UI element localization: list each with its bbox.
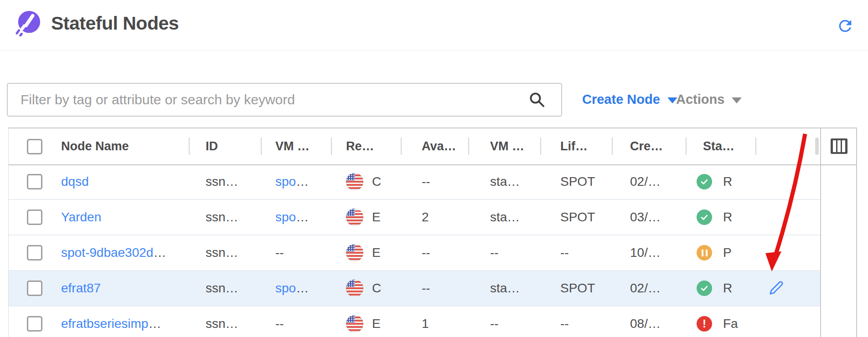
region: E (372, 317, 381, 331)
node-id: ssn… (189, 317, 261, 331)
status-label: R (723, 174, 732, 189)
table-header-row: Node Name ID VM … Re… Ava… VM … Lif… Cre… (9, 128, 820, 164)
name-ellipsis: … (153, 245, 166, 260)
lifecycle: -- (540, 245, 612, 260)
created-at: 02/… (612, 281, 686, 296)
filter-box (7, 83, 562, 117)
status-label: Fa (723, 317, 738, 331)
us-flag-icon (346, 280, 363, 297)
status-paused-icon (697, 245, 712, 260)
vm-size: sta… (468, 281, 540, 296)
column-header-id[interactable]: ID (189, 128, 261, 164)
lifecycle: SPOT (540, 174, 612, 189)
lifecycle: SPOT (540, 281, 612, 296)
vm-size: sta… (468, 174, 540, 189)
row-checkbox[interactable] (27, 316, 42, 332)
column-picker-gutter (820, 128, 856, 337)
row-checkbox[interactable] (27, 281, 42, 296)
column-header-region[interactable]: Re… (331, 128, 401, 164)
spot-logo-icon (15, 10, 41, 38)
vertical-scrollbar-thumb[interactable] (815, 138, 819, 155)
node-name-link[interactable]: efratbseriesimp (61, 317, 148, 331)
node-id: ssn… (189, 281, 261, 296)
select-all-checkbox[interactable] (27, 139, 42, 154)
created-at: 02/… (612, 174, 686, 189)
column-header-actions (755, 128, 820, 164)
lifecycle: SPOT (540, 210, 612, 225)
create-node-button[interactable]: Create Node (582, 86, 677, 113)
name-ellipsis: … (148, 317, 161, 331)
node-id: ssn… (189, 210, 261, 225)
node-id: ssn… (189, 245, 261, 260)
status-running-icon (697, 174, 712, 189)
created-at: 08/… (612, 317, 686, 331)
column-header-availability[interactable]: Ava… (401, 128, 468, 164)
status-label: R (723, 210, 732, 225)
status-running-icon (697, 281, 712, 296)
status-label: R (723, 281, 732, 296)
node-name-link[interactable]: dqsd (61, 174, 89, 189)
node-name-link[interactable]: Yarden (61, 210, 101, 225)
us-flag-icon (346, 173, 363, 190)
column-header-created[interactable]: Cre… (612, 128, 686, 164)
region: C (372, 281, 381, 296)
refresh-icon (836, 30, 854, 36)
search-icon (528, 91, 546, 110)
vm-size: -- (468, 245, 540, 260)
row-checkbox[interactable] (27, 245, 42, 260)
lifecycle: -- (540, 317, 612, 331)
column-header-vm[interactable]: VM … (261, 128, 331, 164)
availability-zone: 2 (401, 210, 468, 225)
stateful-nodes-table: Node Name ID VM … Re… Ava… VM … Lif… Cre… (8, 128, 857, 337)
column-header-lifecycle[interactable]: Lif… (540, 128, 612, 164)
actions-label: Actions (676, 92, 724, 107)
status-failed-icon: ! (697, 316, 712, 332)
edit-node-button[interactable] (769, 281, 784, 296)
table-row[interactable]: efratbseriesimp… ssn… -- E 1 -- -- 08/… … (9, 306, 820, 337)
vm-ellipsis: … (296, 281, 309, 296)
vm-size: sta… (468, 210, 540, 225)
chevron-down-icon (732, 97, 742, 103)
vm-link[interactable]: spo (275, 210, 296, 225)
availability-zone: 1 (401, 317, 468, 331)
column-header-status[interactable]: Sta… (686, 128, 755, 164)
column-header-vm-size[interactable]: VM … (468, 128, 540, 164)
node-name-link[interactable]: efrat87 (61, 281, 101, 296)
us-flag-icon (346, 244, 363, 261)
app-header: Stateful Nodes (0, 0, 868, 51)
table-row[interactable]: Yarden ssn… spo… E 2 sta… SPOT 03/… R (9, 200, 820, 235)
us-flag-icon (346, 315, 363, 332)
columns-icon (833, 140, 836, 152)
status-label: P (723, 245, 732, 260)
actions-button[interactable]: Actions (676, 86, 742, 113)
row-checkbox[interactable] (27, 174, 42, 189)
table-main: Node Name ID VM … Re… Ava… VM … Lif… Cre… (9, 128, 820, 337)
availability-zone: -- (401, 281, 468, 296)
region: C (372, 174, 381, 189)
status-running-icon (697, 209, 712, 225)
availability-zone: -- (401, 174, 468, 189)
column-header-node-name[interactable]: Node Name (61, 128, 189, 164)
vm-ellipsis: … (296, 174, 309, 189)
vm-empty: -- (261, 317, 331, 331)
create-node-label: Create Node (582, 92, 660, 107)
table-row-highlighted[interactable]: efrat87 ssn… spo… C -- sta… SPOT 02/… R (9, 271, 820, 306)
table-row[interactable]: dqsd ssn… spo… C -- sta… SPOT 02/… R (9, 164, 820, 200)
refresh-button[interactable] (835, 16, 855, 36)
table-row[interactable]: spot-9dbae302d… ssn… -- E -- -- -- 10/… … (9, 235, 820, 271)
edit-pencil-icon (769, 281, 784, 296)
vm-ellipsis: … (296, 210, 309, 225)
node-name-link[interactable]: spot-9dbae302d (61, 245, 153, 260)
filter-input[interactable] (7, 83, 562, 117)
created-at: 03/… (612, 210, 686, 225)
region: E (372, 245, 381, 260)
columns-picker-button[interactable] (831, 138, 847, 154)
header-divider (9, 164, 857, 165)
row-checkbox[interactable] (27, 209, 42, 225)
page-title: Stateful Nodes (51, 13, 179, 34)
vm-link[interactable]: spo (275, 174, 296, 189)
vm-link[interactable]: spo (275, 281, 296, 296)
us-flag-icon (346, 209, 363, 226)
availability-zone: -- (401, 245, 468, 260)
vm-empty: -- (261, 245, 331, 260)
